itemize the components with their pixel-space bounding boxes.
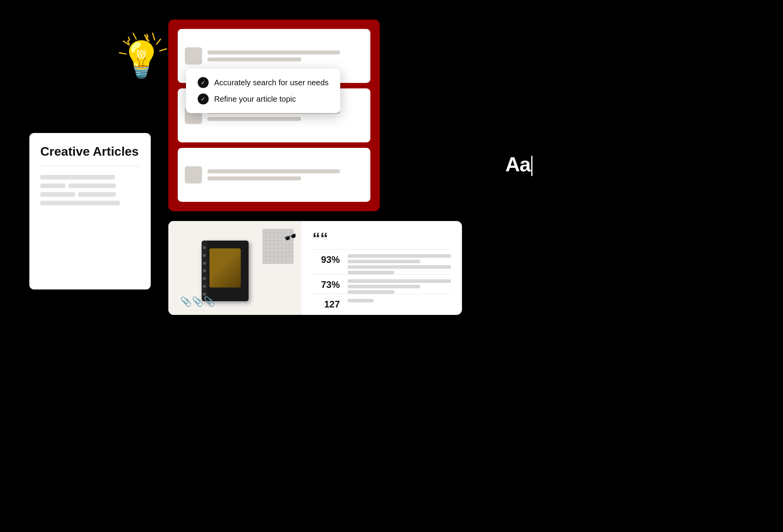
article-line (207, 50, 340, 54)
article-row-3 (178, 148, 370, 202)
stat-line (348, 265, 451, 269)
article-line (207, 117, 301, 121)
skeleton-line-2 (40, 201, 120, 205)
skeleton-pill-4 (78, 192, 116, 197)
stat-line (348, 285, 420, 288)
features-tooltip: ✓ Accurately search for user needs ✓ Ref… (186, 68, 340, 113)
skeleton-row-1 (40, 183, 140, 188)
articles-card-title: Creative Articles (40, 144, 140, 166)
spiral-dot (203, 254, 206, 257)
article-thumb-1 (185, 47, 202, 65)
text-cursor (531, 156, 532, 176)
notebook-spine (202, 241, 207, 301)
creative-articles-card: Creative Articles (29, 133, 151, 289)
article-line (207, 176, 301, 180)
feature-label-1: Accurately search for user needs (214, 78, 328, 87)
stats-row-1: 93% (312, 249, 451, 274)
stat-line (348, 299, 373, 302)
article-thumb-3 (185, 166, 202, 183)
skeleton-pill-3 (40, 192, 75, 197)
stat-line (348, 254, 451, 258)
article-line (207, 169, 340, 173)
stats-row-2: 73% (312, 274, 451, 294)
stat-number-2: 73% (312, 279, 340, 290)
feature-item-2: ✓ Refine your article topic (198, 93, 328, 104)
skeleton-row-2 (40, 192, 140, 197)
article-lines-1 (207, 50, 363, 61)
stat-line (348, 260, 420, 263)
skeleton-pill-1 (40, 183, 65, 188)
skeleton-line-1 (40, 175, 115, 180)
stat-number-3: 127 (312, 299, 340, 310)
stat-lines-1 (348, 254, 451, 274)
stats-data-area: ““ 93% 73% 127 (301, 221, 462, 315)
stats-card: 🕶️ 📎📎📎 ““ 93% (168, 221, 462, 315)
svg-line-4 (133, 33, 136, 39)
paperclips-icon: 📎📎📎 (180, 296, 215, 307)
spiral-dot (203, 293, 206, 296)
article-lines-3 (207, 169, 363, 180)
stat-line (348, 290, 394, 294)
spiral-dot (203, 262, 206, 265)
skeleton-pill-2 (69, 183, 116, 188)
feature-label-2: Refine your article topic (214, 95, 296, 104)
stats-image-area: 🕶️ 📎📎📎 (168, 221, 301, 315)
spiral-dot (203, 246, 206, 249)
spiral-dot (203, 285, 206, 288)
quote-mark: ““ (312, 230, 451, 246)
feature-item-1: ✓ Accurately search for user needs (198, 77, 328, 88)
notebook-cover-art (209, 248, 241, 288)
spiral-dot (203, 277, 206, 280)
article-list-panel (168, 20, 380, 211)
lightbulb-icon: 💡 (119, 39, 163, 80)
black-notebook (202, 241, 249, 301)
spiral-dot (203, 269, 206, 272)
article-line (207, 58, 301, 61)
stat-number-1: 93% (312, 254, 340, 265)
check-icon-2: ✓ (198, 93, 209, 104)
stats-row-3: 127 (312, 294, 451, 310)
stat-lines-3 (348, 299, 451, 302)
stat-line (348, 279, 451, 283)
stat-line (348, 271, 394, 274)
typography-badge: Aa (505, 153, 532, 176)
typography-label: Aa (505, 153, 530, 176)
check-icon-1: ✓ (198, 77, 209, 88)
stat-lines-2 (348, 279, 451, 294)
